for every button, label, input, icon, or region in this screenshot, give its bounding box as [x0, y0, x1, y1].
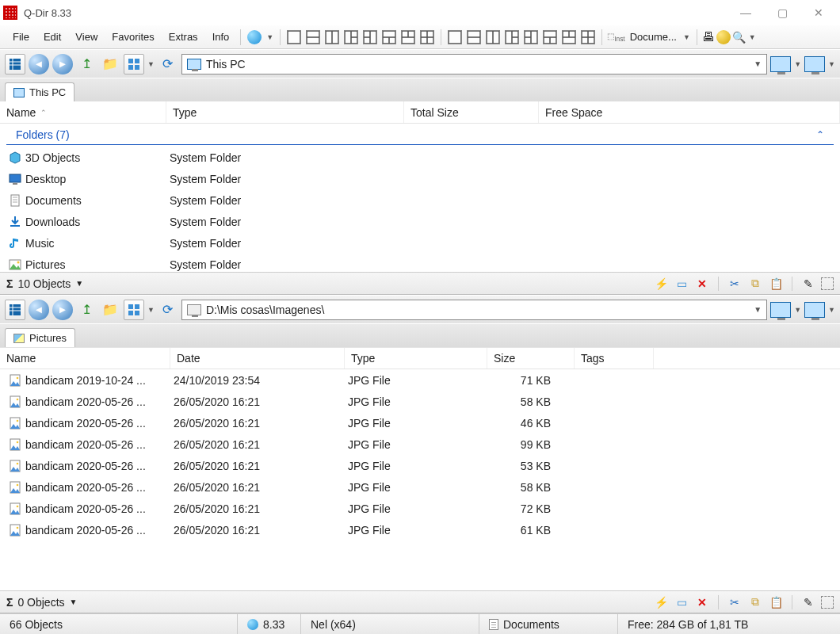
list-item[interactable]: bandicam 2020-05-26 ...26/05/2020 16:21J…	[0, 498, 840, 519]
pane2-monitor1-button[interactable]	[770, 302, 791, 318]
pane1-up-button[interactable]: ↥	[76, 54, 97, 74]
rename-icon[interactable]: ▭	[674, 594, 689, 610]
menu-info[interactable]: Info	[206, 28, 236, 46]
pane1-list[interactable]: Folders (7) ⌃ 3D ObjectsSystem FolderDes…	[0, 124, 840, 272]
pane2-monitor2-button[interactable]	[804, 302, 825, 318]
settings-gear-icon[interactable]	[716, 30, 731, 44]
pane1-monitor1-dropdown[interactable]: ▼	[794, 60, 801, 68]
documents-quick-dropdown[interactable]: ▼	[683, 33, 690, 41]
pane2-list[interactable]: bandicam 2019-10-24 ...24/10/2019 23:54J…	[0, 369, 840, 590]
pane2-newfolder-button[interactable]: 📁	[100, 300, 120, 320]
delete-icon[interactable]: ✕	[694, 594, 710, 610]
cut-icon[interactable]: ✂	[727, 276, 743, 292]
layout-2h-icon[interactable]	[306, 30, 320, 44]
close-button[interactable]: ✕	[800, 0, 837, 25]
layout-4-icon[interactable]	[420, 30, 434, 44]
layout-3a-icon[interactable]	[344, 30, 358, 44]
lightning-icon[interactable]: ⚡	[653, 594, 669, 610]
layout-5-icon[interactable]	[448, 30, 462, 44]
pane1-view-button[interactable]	[124, 54, 144, 74]
list-item[interactable]: bandicam 2020-05-26 ...26/05/2020 16:21J…	[0, 455, 840, 476]
layout-11-icon[interactable]	[562, 30, 576, 44]
copy-icon[interactable]: ⧉	[747, 276, 763, 292]
layout-7-icon[interactable]	[486, 30, 500, 44]
pane1-status-dropdown[interactable]: ▼	[75, 279, 83, 288]
pane1-view-dropdown[interactable]: ▼	[147, 60, 155, 68]
pane1-col-totalsize[interactable]: Total Size	[404, 101, 539, 123]
list-item[interactable]: DesktopSystem Folder	[0, 168, 840, 189]
copy-icon[interactable]: ⧉	[747, 594, 763, 610]
layout-3d-icon[interactable]	[401, 30, 415, 44]
list-item[interactable]: bandicam 2020-05-26 ...26/05/2020 16:21J…	[0, 519, 840, 540]
pane1-address-dropdown[interactable]: ▼	[754, 59, 762, 68]
maximize-button[interactable]: ▢	[764, 0, 800, 25]
list-item[interactable]: 3D ObjectsSystem Folder	[0, 147, 840, 168]
layout-8-icon[interactable]	[505, 30, 519, 44]
pane1-tree-toggle-button[interactable]	[5, 54, 25, 74]
paste-icon[interactable]: 📋	[768, 276, 784, 292]
pane2-view-dropdown[interactable]: ▼	[147, 306, 155, 314]
pane2-col-size[interactable]: Size	[487, 348, 575, 369]
layout-10-icon[interactable]	[543, 30, 557, 44]
pane2-tab-pictures[interactable]: Pictures	[5, 328, 75, 347]
list-item[interactable]: PicturesSystem Folder	[0, 254, 840, 272]
menu-favorites[interactable]: Favorites	[105, 28, 160, 46]
list-item[interactable]: bandicam 2020-05-26 ...26/05/2020 16:21J…	[0, 391, 840, 412]
pane1-refresh-button[interactable]: ⟳	[158, 54, 178, 74]
documents-quick-label[interactable]: Docume...	[627, 31, 680, 43]
pane1-tab-thispc[interactable]: This PC	[5, 82, 74, 101]
list-item[interactable]: bandicam 2019-10-24 ...24/10/2019 23:54J…	[0, 369, 840, 391]
cut-icon[interactable]: ✂	[727, 594, 743, 610]
print-icon[interactable]: 🖶	[702, 30, 715, 44]
lightning-icon[interactable]: ⚡	[653, 276, 669, 292]
delete-icon[interactable]: ✕	[694, 276, 710, 292]
inst-icon[interactable]: ⬚Inst	[607, 32, 624, 43]
pane1-monitor1-button[interactable]	[770, 56, 791, 72]
pane2-monitor2-dropdown[interactable]: ▼	[828, 306, 835, 314]
pane2-col-date[interactable]: Date	[170, 348, 345, 369]
layout-12-icon[interactable]	[581, 30, 595, 44]
list-item[interactable]: bandicam 2020-05-26 ...26/05/2020 16:21J…	[0, 433, 840, 455]
select-all-icon[interactable]	[821, 277, 834, 290]
pane1-col-freespace[interactable]: Free Space	[539, 101, 840, 123]
pane2-refresh-button[interactable]: ⟳	[158, 300, 178, 320]
pane2-tree-toggle-button[interactable]	[5, 300, 25, 320]
pane2-back-button[interactable]: ◄	[29, 300, 49, 320]
pane2-forward-button[interactable]: ►	[52, 300, 73, 320]
pane2-address-dropdown[interactable]: ▼	[754, 305, 762, 314]
pane2-monitor1-dropdown[interactable]: ▼	[794, 306, 801, 314]
pane2-col-tags[interactable]: Tags	[575, 348, 654, 369]
layout-3c-icon[interactable]	[382, 30, 396, 44]
layout-6-icon[interactable]	[467, 30, 481, 44]
pane1-forward-button[interactable]: ►	[52, 54, 73, 74]
minimize-button[interactable]: —	[727, 0, 764, 25]
pane2-status-dropdown[interactable]: ▼	[70, 598, 78, 606]
globe-icon[interactable]	[247, 30, 262, 44]
list-item[interactable]: MusicSystem Folder	[0, 232, 840, 254]
edit-icon[interactable]: ✎	[800, 276, 816, 292]
layout-3b-icon[interactable]	[363, 30, 377, 44]
zoom-icon[interactable]: 🔍	[732, 31, 746, 44]
menu-edit[interactable]: Edit	[37, 28, 67, 46]
rename-icon[interactable]: ▭	[674, 276, 689, 292]
pane2-up-button[interactable]: ↥	[76, 300, 97, 320]
pane2-address-bar[interactable]: D:\Mis cosas\Imagenes\ ▼	[181, 300, 767, 320]
menu-view[interactable]: View	[69, 28, 104, 46]
layout-2v-icon[interactable]	[325, 30, 339, 44]
list-item[interactable]: bandicam 2020-05-26 ...26/05/2020 16:21J…	[0, 412, 840, 433]
pane1-newfolder-button[interactable]: 📁	[100, 54, 120, 74]
pane1-monitor2-button[interactable]	[804, 56, 825, 72]
list-item[interactable]: DownloadsSystem Folder	[0, 211, 840, 232]
pane1-group-folders[interactable]: Folders (7) ⌃	[6, 125, 834, 145]
menu-extras[interactable]: Extras	[162, 28, 204, 46]
paste-icon[interactable]: 📋	[768, 594, 784, 610]
list-item[interactable]: DocumentsSystem Folder	[0, 189, 840, 211]
pane1-col-name[interactable]: Name⌃	[0, 101, 166, 123]
list-item[interactable]: bandicam 2020-05-26 ...26/05/2020 16:21J…	[0, 476, 840, 498]
layout-9-icon[interactable]	[524, 30, 538, 44]
menu-file[interactable]: File	[6, 28, 36, 46]
zoom-dropdown[interactable]: ▼	[749, 33, 756, 41]
pane1-back-button[interactable]: ◄	[29, 54, 49, 74]
pane1-col-type[interactable]: Type	[166, 101, 404, 123]
pane1-monitor2-dropdown[interactable]: ▼	[828, 60, 835, 68]
